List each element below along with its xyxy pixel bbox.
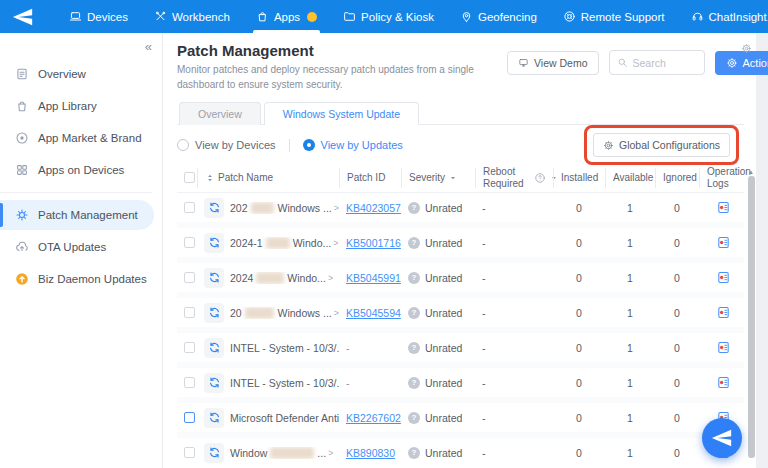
- actions-label: Actions: [743, 57, 768, 69]
- row-checkbox[interactable]: [184, 202, 195, 213]
- scrollbar-up-arrow-icon[interactable]: ▲: [748, 169, 754, 175]
- patch-id-link[interactable]: KB2267602: [346, 412, 401, 424]
- vertical-scrollbar[interactable]: ▲: [747, 169, 755, 458]
- nav-item-label: Devices: [87, 11, 128, 23]
- sidebar-item-patch-management[interactable]: Patch Management: [0, 200, 154, 230]
- search-input[interactable]: [633, 57, 697, 69]
- column-reboot-required: Reboot Required: [475, 168, 527, 188]
- operation-logs-icon[interactable]: [716, 270, 731, 285]
- nav-item-policy-kiosk[interactable]: Policy & Kiosk: [330, 0, 447, 33]
- row-checkbox[interactable]: [184, 377, 195, 388]
- sidebar-item-biz-daemon-updates[interactable]: Biz Daemon Updates: [0, 264, 162, 294]
- sync-refresh-icon[interactable]: [204, 303, 224, 323]
- patch-name-cell: INTEL - System - 10/3/...>: [197, 338, 339, 358]
- actions-button[interactable]: Actions: [715, 51, 768, 75]
- operation-logs-cell: [699, 235, 744, 250]
- chat-fab-button[interactable]: [702, 418, 742, 458]
- page-settings-gear-icon[interactable]: [741, 40, 752, 51]
- sidebar: « OverviewApp LibraryApp Market & BrandA…: [0, 33, 163, 468]
- brand-logo[interactable]: [10, 0, 44, 33]
- ignored-cell: 0: [655, 447, 699, 459]
- operation-logs-cell: [699, 200, 744, 215]
- column-severity: Severity: [401, 168, 475, 188]
- row-checkbox[interactable]: [184, 342, 195, 353]
- operation-logs-icon[interactable]: [716, 235, 731, 250]
- installed-cell: 0: [553, 342, 605, 354]
- available-cell: 1: [605, 342, 655, 354]
- grid-icon: [15, 163, 29, 177]
- global-configurations-wrap: Global Configurations: [593, 133, 730, 157]
- operation-logs-icon[interactable]: [716, 200, 731, 215]
- patch-id-link[interactable]: KB5045594: [346, 307, 401, 319]
- sync-refresh-icon[interactable]: [204, 198, 224, 218]
- view-demo-button[interactable]: View Demo: [507, 51, 599, 75]
- view-by-updates-radio[interactable]: View by Updates: [303, 139, 403, 151]
- patch-name-text: 202: [230, 202, 248, 214]
- sync-refresh-icon[interactable]: [204, 443, 224, 463]
- sidebar-item-apps-on-devices[interactable]: Apps on Devices: [0, 155, 162, 185]
- operation-logs-icon[interactable]: [716, 305, 731, 320]
- patch-id-link[interactable]: KB5045991: [346, 272, 401, 284]
- row-checkbox[interactable]: [184, 412, 195, 423]
- column-help-icon[interactable]: [534, 172, 546, 184]
- column-patch-name[interactable]: Patch Name: [197, 168, 339, 188]
- nav-item-apps[interactable]: Apps: [243, 0, 330, 33]
- nav-item-geofencing[interactable]: Geofencing: [447, 0, 550, 33]
- row-checkbox[interactable]: [184, 237, 195, 248]
- operation-logs-icon[interactable]: [716, 340, 731, 355]
- ignored-count: 0: [674, 377, 680, 389]
- sidebar-item-label: OTA Updates: [38, 241, 106, 253]
- available-count: 1: [627, 272, 633, 284]
- nav-item-label: Remote Support: [581, 11, 665, 23]
- nav-item-label: Workbench: [172, 11, 230, 23]
- nav-item-remote-support[interactable]: Remote Support: [550, 0, 678, 33]
- sync-refresh-icon[interactable]: [204, 373, 224, 393]
- severity-cell: Unrated: [401, 307, 475, 319]
- severity-cell: Unrated: [401, 202, 475, 214]
- sync-refresh-icon[interactable]: [204, 268, 224, 288]
- nav-item-chatinsight[interactable]: ChatInsight.AI: [678, 0, 768, 33]
- patch-id-link[interactable]: KB4023057: [346, 202, 401, 214]
- sort-icon[interactable]: [205, 173, 215, 183]
- main-content: Patch Management Monitor patches and dep…: [163, 33, 756, 468]
- tab-overview[interactable]: Overview: [179, 102, 261, 125]
- scrollbar-thumb[interactable]: [748, 176, 755, 458]
- sync-refresh-icon[interactable]: [204, 338, 224, 358]
- sidebar-item-app-market-brand[interactable]: App Market & Brand: [0, 123, 162, 153]
- column-label-severity: Severity: [409, 172, 445, 184]
- patch-id-cell: -: [339, 377, 401, 389]
- redacted-text-blur: [245, 307, 275, 319]
- row-checkbox[interactable]: [184, 447, 195, 458]
- ignored-cell: 0: [655, 272, 699, 284]
- sidebar-collapse-icon[interactable]: «: [145, 39, 152, 54]
- severity-filter-caret-icon[interactable]: [448, 173, 458, 183]
- sidebar-menu: OverviewApp LibraryApp Market & BrandApp…: [0, 59, 162, 294]
- sidebar-item-label: Overview: [38, 68, 86, 80]
- reboot-required-cell: -: [475, 377, 527, 389]
- sync-refresh-icon[interactable]: [204, 408, 224, 428]
- operation-logs-cell: [699, 270, 744, 285]
- sync-refresh-icon[interactable]: [204, 233, 224, 253]
- sidebar-item-app-library[interactable]: App Library: [0, 91, 162, 121]
- nav-item-devices[interactable]: Devices: [56, 0, 141, 33]
- patch-id-link[interactable]: KB5001716: [346, 237, 401, 249]
- sidebar-item-ota-updates[interactable]: OTA Updates: [0, 232, 162, 262]
- patch-name-cell: INTEL - System - 10/3/...>: [197, 373, 339, 393]
- operation-logs-icon[interactable]: [716, 375, 731, 390]
- row-checkbox[interactable]: [184, 307, 195, 318]
- select-all-checkbox[interactable]: [184, 172, 195, 183]
- bag-icon: [15, 99, 29, 113]
- row-checkbox-cell: [177, 342, 197, 353]
- global-configurations-button[interactable]: Global Configurations: [593, 133, 730, 157]
- row-checkbox-cell: [177, 447, 197, 458]
- nav-item-workbench[interactable]: Workbench: [141, 0, 243, 33]
- sidebar-item-overview[interactable]: Overview: [0, 59, 162, 89]
- view-by-devices-radio[interactable]: View by Devices: [177, 139, 276, 151]
- installed-count: 0: [576, 272, 582, 284]
- reboot-required-value: -: [482, 447, 486, 459]
- patch-id-link[interactable]: KB890830: [346, 447, 395, 459]
- tab-windows-system-update[interactable]: Windows System Update: [264, 102, 419, 125]
- severity-unrated-icon: [408, 342, 420, 354]
- toolbar-divider: [289, 139, 290, 152]
- row-checkbox[interactable]: [184, 272, 195, 283]
